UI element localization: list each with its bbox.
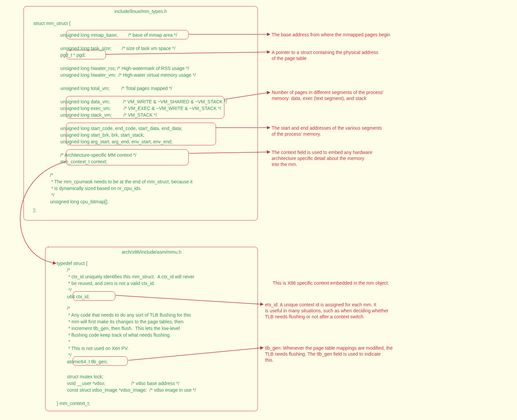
annotation-x86: This is X86 specific context embedded in…: [273, 280, 389, 286]
code-line: unsigned long hiwater_vm; /* High-water …: [50, 72, 196, 78]
highlight-ctxid: [73, 291, 115, 301]
highlight-mmap-base: [66, 30, 189, 39]
code-line: /* * The mm_cpumask needs to be at the e…: [50, 172, 193, 205]
code-line: const struct vdso_image *vdso_image; /* …: [57, 387, 196, 393]
annotation-mmap-base: The base address from where the mmapped …: [272, 32, 390, 38]
code-line: /* * Any code that needs to do any sort …: [57, 305, 191, 358]
annotation-tlb: tlb_gen: Whenever the page table mapping…: [265, 345, 393, 363]
box-mm-types-title: include/linux/mm_types.h: [24, 9, 257, 14]
annotation-pgd: A pointer to a struct containing the phy…: [272, 49, 378, 61]
code-line: struct mm_struct {: [33, 20, 71, 27]
annotation-seg: The start and end addresses of the vario…: [272, 125, 382, 137]
highlight-tlb: [73, 356, 128, 366]
highlight-pgd: [66, 50, 106, 59]
code-line: unsigned long total_vm; /* Total pages m…: [50, 85, 172, 92]
diagram-canvas: include/linux/mm_types.h struct mm_struc…: [0, 0, 517, 420]
code-line: struct mutex lock;: [57, 373, 103, 380]
highlight-ctx: [66, 149, 189, 165]
annotation-ctxid: etx_id: A unique context id is assigned …: [265, 302, 388, 320]
code-line: };: [33, 207, 36, 213]
annotation-vm: Number of pages in different segments of…: [272, 89, 384, 101]
highlight-seg: [66, 123, 216, 145]
code-line: unsigned long hiwater_rss; /* High-water…: [50, 65, 189, 72]
code-line: } mm_context_t;: [57, 400, 90, 407]
annotation-ctx: The context field is used to embed any h…: [272, 149, 372, 167]
highlight-vm: [66, 96, 224, 119]
code-line: typedef struct {: [57, 260, 88, 267]
box-mmu-title: arch/x86/include/asm/mmu.h: [46, 249, 257, 255]
code-line: void __user *vdso; /* vdso base address …: [57, 380, 179, 387]
code-line: /* * ctx_id uniquely identifies this mm_…: [57, 267, 194, 293]
